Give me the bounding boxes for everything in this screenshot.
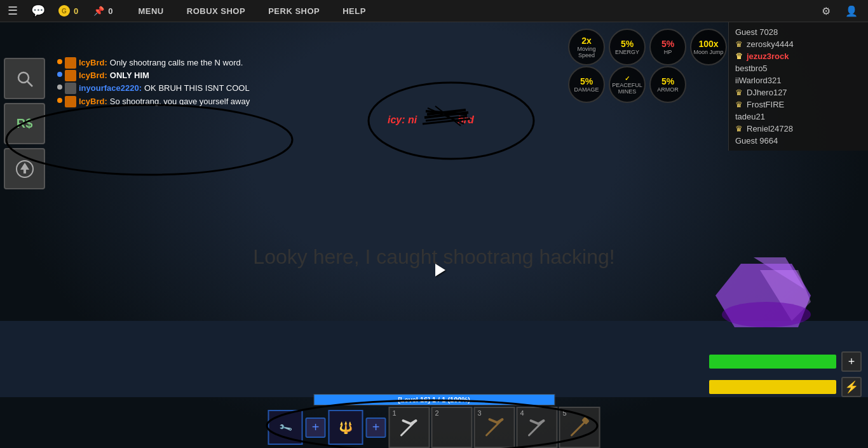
pickaxe-icon-1 [398,416,421,438]
hotbar: [Level 16] 1 / 1 (100%) 🔧 + 🔱 + 1 [268,394,600,448]
cursor [435,264,445,276]
chat-avatar-2 [65,70,76,81]
svg-point-4 [18,72,29,83]
purple-crystal [703,257,817,334]
svg-rect-8 [24,170,26,173]
chat-name-1: IcyBrd: [79,57,107,69]
search-button[interactable] [4,58,45,99]
robux-button[interactable]: R$ [4,103,45,144]
svg-line-28 [572,421,587,435]
hotbar-slot-3[interactable]: 3 [474,407,515,448]
chat-message-4: IcyBrd: So shootrang, you gave yourself … [57,96,324,107]
chat-text-2: ONLY HIM [110,70,149,81]
hammer-icon-5 [569,416,591,438]
chat-avatar-1 [65,57,76,69]
crown-icon: ♛ [735,124,743,133]
icy-text-annotation: icy: ni [388,114,417,126]
energy-bar-row: ⚡ [709,377,862,397]
chat-name-4: IcyBrd: [79,96,107,107]
game-area: R$ IcyBrd: Only shootrang calls me the N… [0,22,868,448]
health-bars: + ⚡ [709,351,862,397]
pin-icon: 📌 [93,6,104,16]
health-bar-fill [709,355,836,369]
svg-line-27 [539,421,544,424]
energy-icon[interactable]: ⚡ [841,377,862,397]
player-item-frostfire: ♛ FrostFIRE [735,98,862,111]
stat-damage: 5% DAMAGE [568,66,605,103]
upload-button[interactable] [4,148,45,189]
hotbar-slot-2[interactable]: 2 [431,407,473,448]
robux-icon-label: R$ [17,116,33,131]
chat-message-1: IcyBrd: Only shootrang calls me the N wo… [57,57,324,69]
add-slot-button-2[interactable]: + [366,417,386,438]
hamburger-menu-icon[interactable]: ☰ [0,0,25,22]
chat-icon[interactable]: 💬 [25,0,51,22]
stat-peaceful-mines: ✓ PEACEFULMINES [609,66,646,103]
svg-line-5 [27,81,32,86]
svg-marker-7 [20,163,29,170]
hotbar-slot-5[interactable]: 5 [559,407,600,448]
crown-icon: ♛ [735,100,743,109]
player-name: Reniel24728 [747,124,793,133]
player-item-jezuz3rock: ♛ jezuz3rock [735,50,862,62]
player-name: bestbro5 [735,64,768,73]
player-item-zerosky4444: ♛ zerosky4444 [735,38,862,50]
brd-text-annotation: brd [458,114,474,126]
player-name: jezuz3rock [747,51,789,61]
chat-text-3: OK BRUH THIS ISNT COOL [144,83,250,94]
stat-moving-speed: 2x MovingSpeed [568,29,605,65]
svg-line-24 [498,419,503,423]
player-name: Guest 9664 [735,136,778,146]
player-item-guest9664: Guest 9664 [735,135,862,147]
hotbar-slot-extra-2[interactable]: 🔱 [329,410,363,445]
chat-name-2: IcyBrd: [79,70,107,81]
chat-text-4: So shootrang, you gave yourself away [110,96,250,107]
player-name: Guest 7028 [735,27,778,37]
perk-shop-button[interactable]: PERK SHOP [257,0,331,22]
level-bar-text: [Level 16] 1 / 1 (100%) [398,396,470,404]
hotbar-slot-4[interactable]: 4 [517,407,558,448]
svg-line-21 [411,421,416,424]
chat-area: IcyBrd: Only shootrang calls me the N wo… [57,57,324,109]
crown-icon: ♛ [735,39,743,49]
hotbar-slot-extra-1[interactable]: 🔧 [268,410,303,445]
chat-avatar-4 [65,96,76,107]
player-item-tadeu21: tadeu21 [735,111,862,123]
nav-links: MENU ROBUX SHOP PERK SHOP HELP [126,0,377,22]
help-button[interactable]: HELP [331,0,377,22]
topbar-right-icons: ⚙ 👤 [817,2,868,20]
pickaxe-icon-4 [526,416,548,438]
player-name: zerosky4444 [747,39,794,49]
player-name: FrostFIRE [747,100,784,109]
gold-value: 0 [74,6,78,16]
crown-icon: ♛ [735,51,743,61]
crown-icon: ♛ [735,88,743,97]
chat-text-1: Only shootrang calls me the N word. [110,57,243,69]
chat-dot-2 [57,72,62,77]
settings-icon[interactable]: ⚙ [817,2,835,20]
pickaxe-icon-3 [484,416,506,438]
stat-armor: 5% ARMOR [649,66,686,103]
hotbar-slot-1[interactable]: 1 [389,407,430,448]
pin-currency: 📌 0 [86,6,120,16]
gold-coin-icon: G [58,5,70,17]
player-item-djhero127: ♛ DJhero127 [735,86,862,98]
account-icon[interactable]: 👤 [843,2,860,20]
player-name: DJhero127 [747,88,787,97]
robux-shop-button[interactable]: ROBUX SHOP [175,0,257,22]
center-text: Looky here, I caught shootrang hacking! [253,245,614,268]
gold-currency: G 0 [51,5,86,17]
left-sidebar: R$ [0,54,49,193]
hud-stats: 2x MovingSpeed 5% ENERGY 5% HP 100x Moon… [568,29,728,101]
health-add-button[interactable]: + [841,351,862,372]
health-bar-row: + [709,351,862,372]
energy-bar-container [709,380,836,394]
player-item-reniel24728: ♛ Reniel24728 [735,123,862,135]
menu-button[interactable]: MENU [126,0,175,22]
player-item-guest7028: Guest 7028 [735,26,862,38]
player-item-bestbro5: bestbro5 [735,62,862,74]
slot-weapon-icon: 🔧 [278,419,293,435]
stat-moon-jump: 100x Moon Jump [690,29,727,65]
player-name: tadeu21 [735,112,765,121]
add-slot-button-1[interactable]: + [306,417,326,438]
